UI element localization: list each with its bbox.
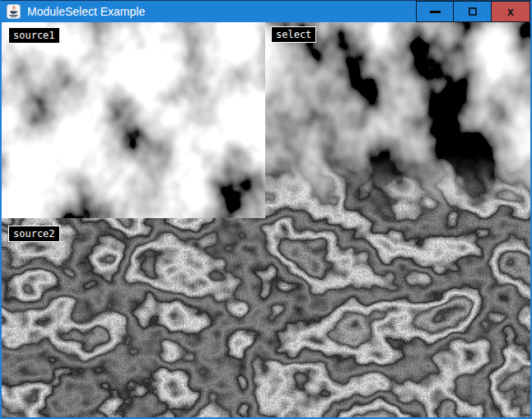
minimize-button[interactable] (416, 1, 454, 22)
app-window: ModuleSelect Example x (0, 0, 532, 419)
label-select: select (271, 26, 316, 43)
window-title: ModuleSelect Example (27, 1, 145, 22)
java-coffee-cup-icon (7, 4, 21, 19)
label-source2: source2 (8, 226, 60, 242)
window-controls: x (417, 1, 530, 22)
noise-render-canvas: source1 select source2 (2, 22, 530, 417)
minimize-icon (430, 11, 441, 13)
titlebar[interactable]: ModuleSelect Example x (2, 1, 530, 22)
maximize-button[interactable] (453, 1, 492, 22)
close-button[interactable]: x (491, 1, 530, 22)
select-texture (265, 22, 530, 218)
close-icon: x (507, 6, 514, 17)
label-source1: source1 (8, 27, 60, 44)
maximize-icon (469, 7, 477, 16)
source1-texture (2, 22, 265, 218)
